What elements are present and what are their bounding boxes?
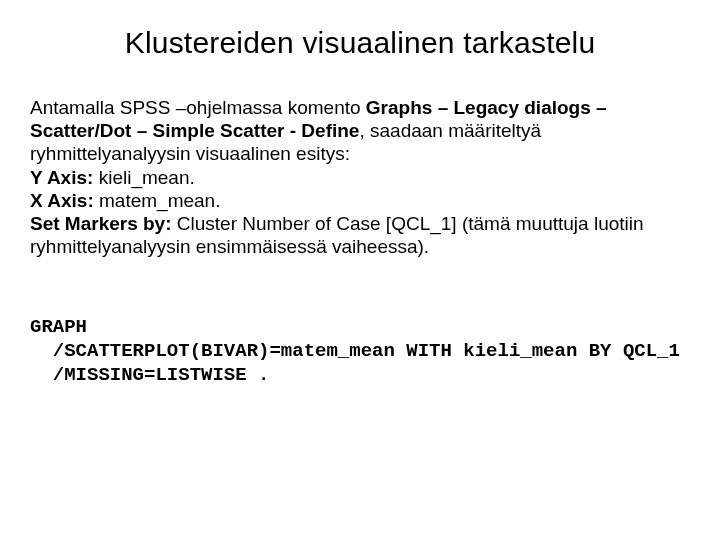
markers-label: Set Markers by:	[30, 213, 172, 234]
code-line-2: /SCATTERPLOT(BIVAR)=matem_mean WITH kiel…	[30, 340, 680, 362]
yaxis-value: kieli_mean.	[93, 167, 194, 188]
code-line-3: /MISSING=LISTWISE .	[30, 364, 269, 386]
body-text: Antamalla SPSS –ohjelmassa komento Graph…	[30, 96, 690, 258]
slide: Klustereiden visuaalinen tarkastelu Anta…	[0, 0, 720, 540]
page-title: Klustereiden visuaalinen tarkastelu	[30, 26, 690, 60]
code-line-1: GRAPH	[30, 316, 87, 338]
xaxis-value: matem_mean.	[94, 190, 221, 211]
syntax-block: GRAPH /SCATTERPLOT(BIVAR)=matem_mean WIT…	[30, 316, 690, 387]
xaxis-label: X Axis:	[30, 190, 94, 211]
intro-text-a: Antamalla SPSS –ohjelmassa komento	[30, 97, 366, 118]
yaxis-label: Y Axis:	[30, 167, 93, 188]
